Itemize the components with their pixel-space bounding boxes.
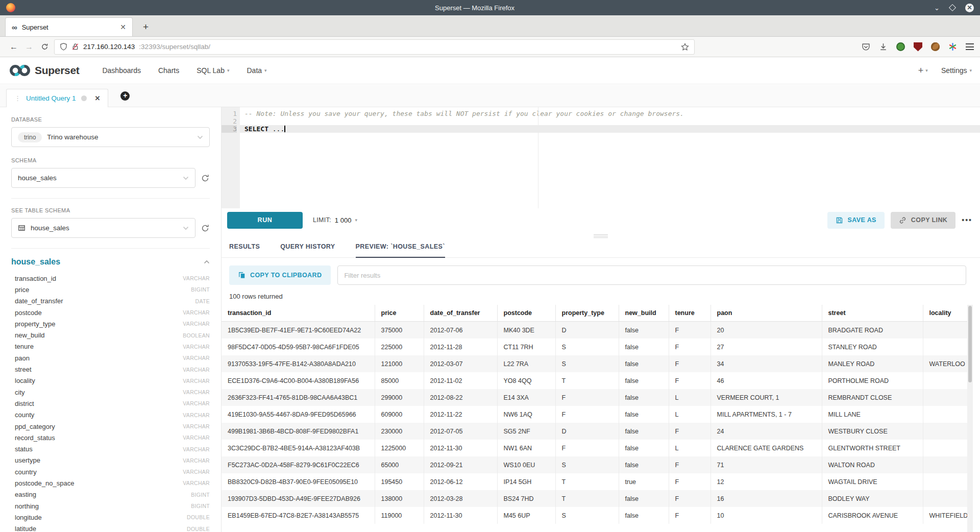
nav-charts[interactable]: Charts (158, 66, 179, 75)
table-cell: 2012-11-30 (424, 440, 497, 456)
menu-icon[interactable] (966, 43, 974, 50)
add-query-tab-button[interactable]: + (120, 91, 130, 101)
browser-tab[interactable]: ∞ Superset ✕ (5, 17, 133, 36)
column-name: county (15, 411, 34, 419)
url-bar[interactable]: 217.160.120.143 :32393/superset/sqllab/ (54, 39, 695, 55)
close-tab-icon[interactable]: ✕ (120, 23, 126, 31)
database-select[interactable]: trino Trino warehouse (11, 127, 210, 147)
column-header[interactable]: tenure (669, 305, 710, 322)
shield-icon[interactable] (60, 43, 67, 51)
table-cell: F5C273AC-0D2A-458F-8279-9C61F0C22EC6 (222, 456, 375, 473)
column-type: VARCHAR (183, 423, 210, 429)
table-cell: VERMEER COURT, 1 (710, 389, 822, 406)
chevron-down-icon: ▾ (355, 217, 357, 223)
column-name: city (15, 389, 25, 396)
drag-handle-icon[interactable]: ⋮ (14, 94, 21, 102)
column-header[interactable]: new_build (619, 305, 669, 322)
chevron-down-icon (183, 226, 189, 230)
column-header[interactable]: paon (710, 305, 822, 322)
superset-logo[interactable]: Superset (8, 63, 79, 78)
table-cell: E14 3XA (497, 389, 555, 406)
minimize-icon[interactable]: ⌄ (934, 5, 940, 11)
table-cell: F (555, 440, 619, 456)
titlebar: Superset — Mozilla Firefox ⌄ ✕ (0, 0, 980, 15)
close-window-icon[interactable]: ✕ (965, 4, 974, 12)
column-name: new_build (15, 331, 45, 339)
maximize-icon[interactable] (949, 4, 956, 11)
sqllab-workspace: ⋮ Untitled Query 1 ✕ + DATABASE trino Tr… (0, 85, 980, 532)
superset-favicon-icon: ∞ (12, 23, 17, 31)
forward-icon[interactable]: → (21, 42, 37, 52)
new-tab-icon[interactable]: + (143, 22, 149, 32)
copy-to-clipboard-button[interactable]: COPY TO CLIPBOARD (229, 265, 331, 285)
extension-asterisk-icon[interactable] (948, 42, 957, 51)
add-new-button[interactable]: +▾ (918, 65, 928, 76)
table-cell: F (669, 322, 710, 339)
query-tab[interactable]: ⋮ Untitled Query 1 ✕ (6, 89, 108, 107)
downloads-icon[interactable] (879, 42, 888, 51)
schema-column-row: paonVARCHAR (11, 352, 210, 364)
refresh-tables-icon[interactable] (201, 224, 210, 233)
table-cell: L (669, 440, 710, 456)
copy-link-button[interactable]: COPY LINK (891, 212, 955, 229)
browser-toolbar: ← → 217.160.120.143 :32393/superset/sqll… (0, 37, 980, 57)
table-cell: 2012-11-28 (424, 338, 497, 355)
sqllab-sidebar: DATABASE trino Trino warehouse SCHEMA ho… (0, 107, 221, 532)
save-as-button[interactable]: SAVE AS (827, 212, 885, 229)
table-row: BB8320C9-D82B-4B37-90E0-9FEE05095E101954… (222, 473, 969, 490)
column-type: DOUBLE (187, 514, 210, 520)
column-header[interactable]: date_of_transfer (424, 305, 497, 322)
pocket-icon[interactable] (862, 42, 870, 51)
scrollbar-thumb[interactable] (968, 306, 972, 382)
nav-dashboards[interactable]: Dashboards (102, 66, 141, 75)
filter-results-input[interactable] (337, 265, 966, 285)
ublock-shield-icon[interactable] (914, 42, 922, 52)
results-scrollbar[interactable] (967, 305, 973, 532)
nav-sql-lab[interactable]: SQL Lab▾ (197, 66, 229, 75)
refresh-schema-icon[interactable] (201, 174, 210, 183)
collapse-chevron-icon[interactable] (204, 260, 210, 264)
column-header[interactable]: street (822, 305, 923, 322)
close-query-tab-icon[interactable]: ✕ (95, 94, 101, 102)
column-name: country (15, 468, 37, 476)
column-type: VARCHAR (183, 378, 210, 384)
table-cell: 2012-09-21 (424, 456, 497, 473)
sql-editor[interactable]: 1 2 3 -- Note: Unless you save your quer… (222, 107, 980, 208)
table-select[interactable]: house_sales (11, 218, 195, 238)
cookie-extension-icon[interactable] (931, 42, 940, 51)
resize-handle[interactable] (594, 234, 608, 238)
extension-icon[interactable] (896, 42, 905, 51)
table-cell (923, 456, 969, 473)
nav-settings[interactable]: Settings▾ (941, 66, 972, 75)
table-cell: 46 (710, 372, 822, 389)
table-row: 3C3C29DC-B7B2-4BE5-914A-A38123AF403B1225… (222, 440, 969, 456)
bookmark-star-icon[interactable] (681, 43, 689, 51)
table-cell: 2012-06-12 (424, 473, 497, 490)
reload-icon[interactable] (37, 42, 52, 52)
table-cell: true (619, 473, 669, 490)
table-cell: CLARENCE GATE GARDENS (710, 440, 822, 456)
tab-preview-house-sales[interactable]: PREVIEW: `HOUSE_SALES` (356, 243, 445, 258)
column-header[interactable]: postcode (497, 305, 555, 322)
tab-results[interactable]: RESULTS (229, 243, 260, 257)
schema-select[interactable]: house_sales (11, 168, 195, 188)
run-button[interactable]: RUN (227, 212, 303, 229)
tab-query-history[interactable]: QUERY HISTORY (280, 243, 335, 257)
schema-value: house_sales (18, 174, 57, 182)
table-cell: false (619, 490, 669, 507)
column-header[interactable]: transaction_id (222, 305, 375, 322)
more-actions-button[interactable]: ••• (962, 216, 972, 224)
limit-dropdown[interactable]: LIMIT: 1 000 ▾ (313, 216, 357, 224)
nav-data[interactable]: Data▾ (247, 66, 266, 75)
back-icon[interactable]: ← (6, 42, 21, 52)
column-header[interactable]: property_type (555, 305, 619, 322)
insecure-lock-icon[interactable] (71, 43, 79, 51)
column-header[interactable]: price (375, 305, 424, 322)
table-cell: 195450 (375, 473, 424, 490)
table-schema-heading[interactable]: house_sales (11, 257, 60, 267)
table-value: house_sales (31, 224, 69, 232)
table-cell: 2012-11-22 (424, 406, 497, 423)
column-header[interactable]: locality (923, 305, 969, 322)
table-cell: REMBRANDT CLOSE (822, 389, 923, 406)
column-name: postcode (15, 309, 42, 317)
